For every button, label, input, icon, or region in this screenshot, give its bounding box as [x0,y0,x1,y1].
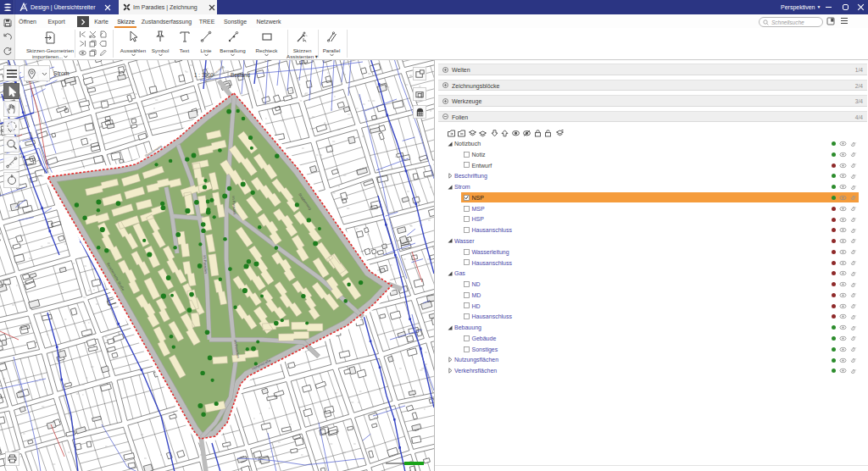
svg-text:Bestand: Bestand [231,72,251,78]
svg-text:1 : 1500: 1 : 1500 [194,72,214,78]
